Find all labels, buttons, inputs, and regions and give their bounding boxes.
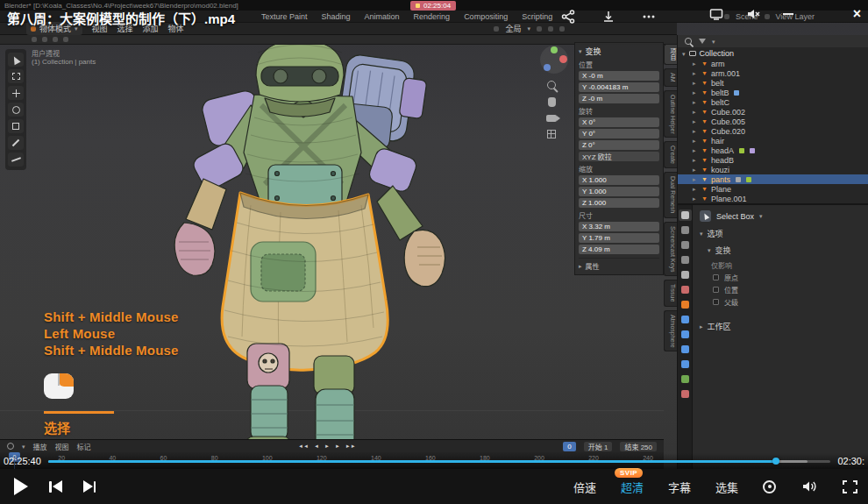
timeline-header: ▾ 播放 视图 标记 ◄◄ ◄ ► ► ►► 0 开始 1 结束 250 (0, 440, 664, 452)
keycast-line: Shift + Middle Mouse (44, 342, 179, 358)
orientation-icon (494, 26, 499, 32)
object-tab (679, 299, 692, 310)
dimensions-z-field: Z 4.09 m (579, 245, 659, 254)
chevron-down-icon: ▾ (22, 444, 25, 450)
output-tab (679, 239, 692, 251)
modifiers-tab (679, 314, 692, 325)
properties-section-label: 属性 (586, 261, 600, 271)
progress-knob[interactable] (772, 458, 779, 465)
next-icon (83, 480, 93, 493)
jump-end-icon: ►► (345, 444, 356, 449)
sidebar-tab-atmosphere: Atmosphere (664, 310, 677, 352)
material-icon (750, 148, 755, 153)
zoom-icon (547, 81, 556, 89)
download-icon[interactable] (601, 10, 615, 24)
physics-tab (679, 344, 692, 355)
mouse-icon (44, 373, 74, 399)
dimensions-y-field: Y 1.79 m (579, 233, 659, 243)
progress-row: 02:25:40 02:30: (0, 453, 868, 469)
sidebar-tab-tissue: Tissue (664, 280, 677, 306)
data-icon (736, 177, 741, 182)
chevron-down-icon: ▾ (708, 247, 711, 253)
more-icon[interactable] (642, 10, 656, 24)
scale-tool-button (8, 119, 24, 133)
tool-setting-icon (53, 37, 58, 42)
cast-icon[interactable] (709, 7, 723, 21)
camera-view-icon (546, 115, 557, 122)
svip-badge: SVIP (615, 468, 643, 478)
mesh-icon: ▼ (701, 167, 708, 173)
volume-icon[interactable] (800, 479, 818, 494)
prev-episode-button[interactable] (49, 480, 62, 493)
tool-tab (679, 209, 692, 221)
outliner-item: ▸▼hair (678, 136, 868, 146)
play-button[interactable] (14, 478, 28, 495)
workspace-tab: Texture Paint (261, 12, 308, 21)
orientation-label: 全局 (505, 23, 521, 34)
options-section: ▾ 选项 (700, 228, 861, 239)
outliner-item: ▸▼Plane.001 (678, 194, 868, 203)
location-y-field: Y -0.004183 m (579, 82, 659, 92)
screencast-keys-overlay: Shift + Middle Mouse Left Mouse Shift + … (44, 309, 179, 437)
properties-editor: Select Box ▾ ▾ 选项 ▾ 变换 仅影响 原点 位置 父级 (678, 205, 868, 469)
right-panel-column: ▾ ▾ Collection ▸▼arm ▸▼arm.001 ▸▼belt ▸▼… (677, 35, 868, 469)
outliner-item: ▸▼headB (678, 155, 868, 165)
episodes-button[interactable]: 选集 (715, 479, 738, 495)
rotate-icon (12, 106, 20, 114)
toast-time: 02:25:04 (423, 2, 451, 10)
rotation-y-field: Y 0° (579, 129, 659, 138)
subtitle-button[interactable]: 字幕 (668, 479, 691, 495)
playback-controls (14, 476, 96, 497)
current-frame-field: 0 (563, 442, 575, 451)
sidebar-tab-outline-helper: Outline Helper (664, 90, 677, 138)
select-tool-button (8, 53, 24, 67)
mesh-icon: ▼ (701, 128, 708, 134)
chevron-right-icon: ▸ (693, 60, 698, 67)
outliner-item: ▸▼arm (678, 59, 868, 68)
record-icon[interactable] (763, 480, 776, 493)
mesh-icon: ▼ (701, 99, 708, 105)
close-icon[interactable]: × (853, 7, 861, 21)
next-episode-button[interactable] (83, 480, 96, 493)
mesh-icon: ▼ (701, 60, 708, 67)
search-icon (685, 38, 692, 45)
active-tool-row: Select Box ▾ (700, 210, 861, 222)
mouse-button-highlight (59, 373, 74, 387)
scale-x-field: X 1.000 (579, 175, 659, 185)
video-surface[interactable]: Blender* [D:\Koala_Classes\No.4\Project\… (0, 0, 868, 469)
quality-button[interactable]: SVIP 超清 (621, 479, 644, 495)
transform-section: ▾ 变换 (708, 245, 861, 256)
fullscreen-icon[interactable] (843, 480, 857, 493)
outliner-item: ▸▼Cube.005 (678, 117, 868, 126)
chevron-right-icon: ▸ (693, 99, 698, 105)
outliner-item: ▸▼beltB (678, 88, 868, 97)
tool-setting-icon (63, 37, 68, 42)
rotation-z-field: Z 0° (579, 140, 659, 150)
collection-name: Collection (700, 49, 735, 58)
sidebar-tab-create: Create (664, 141, 677, 168)
axis-z-icon (544, 64, 551, 71)
scale-icon (12, 123, 19, 130)
chevron-down-icon: ▾ (527, 25, 530, 32)
ortho-grid-icon (547, 130, 556, 138)
chevron-right-icon: ▸ (693, 89, 698, 96)
rotate-tool-button (8, 103, 24, 117)
dimensions-label: 尺寸 (579, 210, 659, 220)
mouse-divider (58, 373, 60, 386)
playback-toast: 02:25:04 (410, 1, 456, 11)
chevron-down-icon: ▾ (759, 213, 763, 219)
viewport-header-right: 全局 ▾ (494, 23, 565, 34)
mute-icon[interactable] (746, 7, 760, 21)
progress-fill (48, 460, 776, 463)
mesh-icon: ▼ (701, 118, 708, 124)
share-icon[interactable] (561, 10, 575, 24)
checkbox-icon (713, 299, 719, 305)
transform-panel: ▾ 变换 位置 X -0 m Y -0.004183 m Z -0 m 旋转 X… (574, 42, 664, 275)
transform-options-label: 变换 (715, 245, 731, 256)
axis-y-icon (551, 46, 558, 53)
progress-bar[interactable] (48, 460, 831, 463)
play-reverse-icon: ► (324, 444, 330, 449)
speed-button[interactable]: 倍速 (573, 479, 596, 495)
overlay-action-icons (561, 10, 656, 24)
minimize-icon[interactable] (783, 13, 793, 15)
